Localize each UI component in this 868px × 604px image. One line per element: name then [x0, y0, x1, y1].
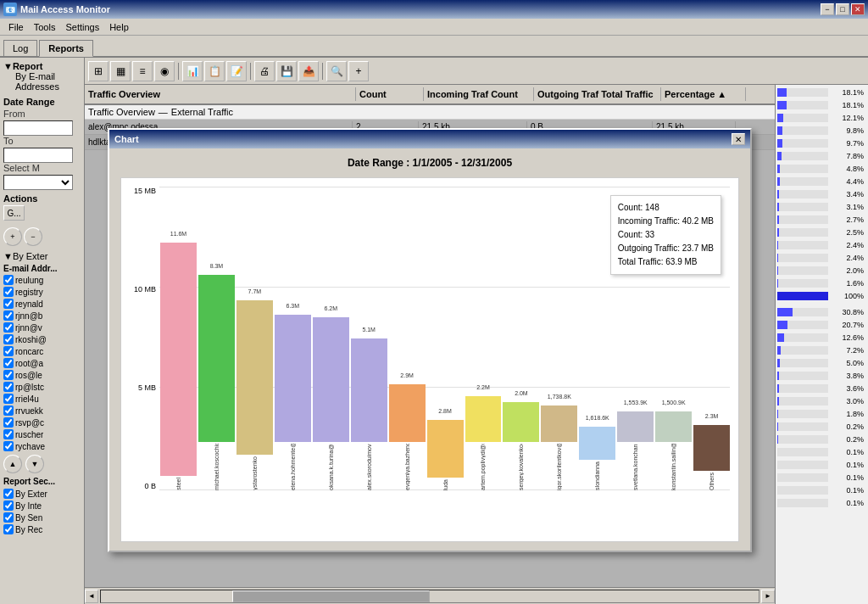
- report-by-int[interactable]: By Inte: [3, 500, 81, 512]
- toolbar-btn-6[interactable]: 📝: [226, 61, 247, 81]
- tree-checkbox[interactable]: [3, 405, 14, 416]
- report-by-ext[interactable]: By Exter: [3, 488, 81, 500]
- toolbar-btn-print[interactable]: 🖨: [254, 61, 275, 81]
- tree-checkbox[interactable]: [3, 346, 14, 356]
- percentage-bar-row: 7.8%: [777, 150, 866, 162]
- by-email-label[interactable]: By E-mail Addresses: [3, 71, 81, 92]
- by-external-tree-header[interactable]: ▼ By Exter: [3, 251, 81, 261]
- to-input[interactable]: [3, 148, 73, 163]
- tree-checkbox[interactable]: [3, 334, 14, 344]
- tree-checkbox[interactable]: [3, 382, 14, 392]
- tree-checkbox[interactable]: [3, 489, 14, 499]
- nav-up-button[interactable]: ▲: [3, 455, 22, 473]
- tree-checkbox[interactable]: [3, 287, 14, 297]
- tree-checkbox[interactable]: [3, 524, 14, 534]
- col-traffic-overview[interactable]: Traffic Overview: [85, 87, 356, 101]
- tree-checkbox[interactable]: [3, 394, 14, 404]
- select-dropdown[interactable]: [3, 175, 73, 190]
- tree-checkbox[interactable]: [3, 429, 14, 439]
- toolbar-btn-2[interactable]: ▦: [110, 61, 131, 81]
- toolbar-btn-search[interactable]: 🔍: [326, 61, 347, 81]
- tree-checkbox[interactable]: [3, 358, 14, 368]
- tree-item-ros-le[interactable]: ros@le: [3, 369, 81, 381]
- tree-item-rrvuekk[interactable]: rrvuekk: [3, 405, 81, 417]
- pct-label: 20.7%: [830, 321, 864, 329]
- col-outgoing[interactable]: Outgoing Traf Total Traffic: [534, 87, 661, 101]
- report-by-rec[interactable]: By Rec: [3, 523, 81, 535]
- toolbar-btn-5[interactable]: 📋: [204, 61, 225, 81]
- tree-checkbox[interactable]: [3, 441, 14, 451]
- tree-item-rriel4u[interactable]: rriel4u: [3, 393, 81, 405]
- go-button[interactable]: G...: [3, 205, 25, 221]
- toolbar-btn-1[interactable]: ⊞: [88, 61, 108, 81]
- tree-checkbox[interactable]: [3, 310, 14, 321]
- tree-checkbox[interactable]: [3, 370, 14, 380]
- bar-luda[interactable]: 2.8M luda: [427, 187, 464, 490]
- tree-item-rkoshi[interactable]: rkoshi@: [3, 333, 81, 345]
- email-tree: E-mail Addr... reulung registry reynald …: [3, 263, 81, 452]
- tree-checkbox[interactable]: [3, 512, 14, 523]
- toolbar-btn-export[interactable]: 📤: [298, 61, 319, 81]
- actions-label: Actions: [3, 193, 81, 204]
- tree-item-ruscher[interactable]: ruscher: [3, 428, 81, 440]
- tree-item-registry[interactable]: registry: [3, 286, 81, 298]
- report-by-sen[interactable]: By Sen: [3, 512, 81, 523]
- bar-michael[interactable]: 8.3M michael.koscochid@redline-software.…: [198, 187, 235, 490]
- maximize-button[interactable]: □: [836, 3, 849, 15]
- from-input[interactable]: [3, 120, 73, 136]
- bar-elena[interactable]: 6.3M elena.hohmente@redline-software.com: [275, 187, 311, 490]
- menu-help[interactable]: Help: [104, 20, 134, 34]
- tree-checkbox[interactable]: [3, 417, 14, 428]
- h-scrollbar[interactable]: [100, 590, 760, 603]
- toolbar-btn-3[interactable]: ≡: [132, 61, 153, 81]
- pct-label: 3.1%: [830, 203, 864, 211]
- tree-item-roncarc[interactable]: roncarc: [3, 345, 81, 357]
- scroll-left-button[interactable]: ◄: [85, 590, 98, 603]
- bar-steel[interactable]: 11.6M steel: [160, 187, 197, 490]
- minimize-button[interactable]: −: [821, 3, 834, 15]
- tab-reports[interactable]: Reports: [39, 40, 93, 57]
- tree-item-reulang[interactable]: reulung: [3, 274, 81, 286]
- toolbar-btn-chart[interactable]: 📊: [182, 61, 203, 81]
- collapse-button[interactable]: −: [24, 227, 42, 246]
- scroll-thumb[interactable]: [232, 590, 430, 602]
- close-button[interactable]: ✕: [851, 3, 865, 15]
- tree-checkbox[interactable]: [3, 299, 14, 309]
- bar-oksana[interactable]: 6.2M oksana.k.turina@redline-software.co…: [313, 187, 349, 490]
- report-header[interactable]: ▼ Report: [3, 61, 81, 71]
- toolbar-btn-4[interactable]: ◉: [154, 61, 175, 81]
- tree-item-rp-lstc[interactable]: rp@lstc: [3, 381, 81, 393]
- nav-down-button[interactable]: ▼: [25, 455, 44, 473]
- bar-artem[interactable]: 2.2M artem.poplivydi@redline-software.co…: [465, 187, 502, 490]
- bar-igor[interactable]: 1,738.8K igor.skorilentkov@redline-softw…: [541, 187, 577, 490]
- toolbar-btn-save[interactable]: 💾: [276, 61, 297, 81]
- tree-item-rsvp[interactable]: rsvp@c: [3, 417, 81, 428]
- scroll-right-button[interactable]: ►: [761, 590, 775, 603]
- toolbar-btn-zoom[interactable]: +: [348, 61, 369, 81]
- bar-ystar[interactable]: 7.7M ystarostenko: [236, 187, 273, 490]
- expand-button[interactable]: +: [3, 227, 22, 246]
- tab-log[interactable]: Log: [3, 40, 37, 56]
- tree-checkbox[interactable]: [3, 501, 14, 511]
- col-count[interactable]: Count: [356, 87, 424, 101]
- tree-item-rychave[interactable]: rychave: [3, 440, 81, 452]
- tree-checkbox[interactable]: [3, 322, 14, 333]
- bar-alex[interactable]: 5.1M alex.skoroduimov@redline-software.c…: [351, 187, 387, 490]
- pct-bar-container: [777, 308, 828, 316]
- tree-item-reynald[interactable]: reynald: [3, 298, 81, 310]
- col-incoming[interactable]: Incoming Traf Count: [424, 87, 534, 101]
- menu-settings[interactable]: Settings: [60, 20, 104, 34]
- percentage-bar-row: 12.6%: [777, 332, 866, 344]
- tree-item-rjnn-b[interactable]: rjnn@b: [3, 310, 81, 322]
- bar-sergey[interactable]: 2.0M sergey.kovalenko@redline-software.c…: [503, 187, 539, 490]
- tree-checkbox[interactable]: [3, 275, 14, 285]
- tree-item-rjnn-v[interactable]: rjnn@v: [3, 322, 81, 333]
- right-panel: ⊞ ▦ ≡ ◉ 📊 📋 📝 🖨 💾 📤 🔍 + Traffic Overview: [85, 58, 868, 604]
- tree-item-root-a[interactable]: root@a: [3, 357, 81, 369]
- menu-file[interactable]: File: [3, 20, 29, 34]
- pct-bar-container: [777, 203, 828, 211]
- chart-close-button[interactable]: ✕: [732, 133, 745, 145]
- menu-tools[interactable]: Tools: [29, 20, 61, 34]
- col-percentage[interactable]: Percentage ▲: [661, 87, 746, 101]
- bar-evgeniya[interactable]: 2.9M evgeniya.bazhenov@redline-software.…: [389, 187, 426, 490]
